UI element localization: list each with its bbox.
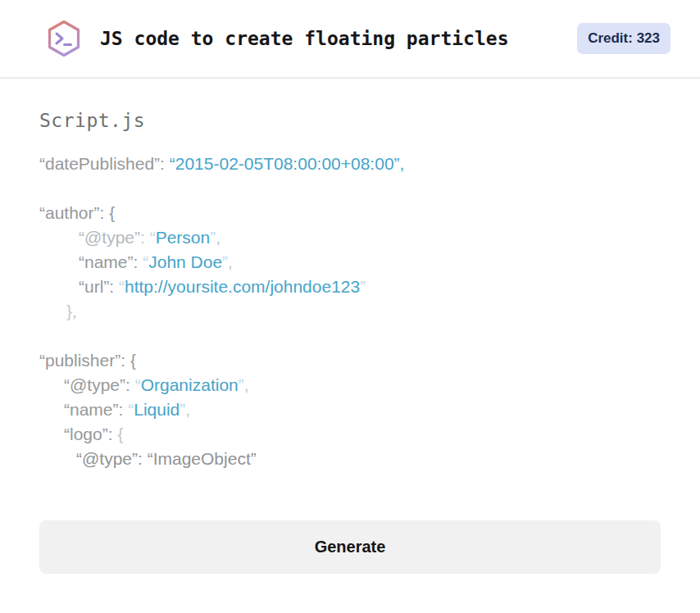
terminal-hexagon-icon bbox=[46, 20, 82, 57]
app-header: JS code to create floating particles Cre… bbox=[0, 0, 700, 79]
code-segment: , bbox=[216, 228, 220, 247]
code-line: “name”: “John Doe”, bbox=[39, 250, 661, 275]
code-segment: , bbox=[244, 375, 249, 394]
credit-badge: Credit: 323 bbox=[577, 23, 670, 54]
code-segment: ” bbox=[239, 375, 244, 394]
code-segment: “@type”: “ImageObject” bbox=[76, 449, 257, 468]
code-segment: : bbox=[108, 425, 118, 443]
script-filename: Script.js bbox=[39, 110, 661, 131]
code-segment: John Doe bbox=[148, 252, 222, 271]
code-segment: Liquid bbox=[134, 400, 180, 419]
code-line: “datePublished”: “2015-02-05T08:00:00+08… bbox=[39, 152, 661, 176]
code-segment: : { bbox=[120, 351, 136, 370]
code-segment: { bbox=[117, 425, 123, 443]
code-segment: “ bbox=[150, 228, 156, 247]
code-segment: : { bbox=[100, 203, 116, 222]
code-line: “@type”: “Organization”, bbox=[39, 373, 661, 397]
code-segment: : bbox=[160, 154, 170, 173]
code-segment: “url” bbox=[79, 277, 109, 296]
code-segment: “@type” bbox=[79, 228, 140, 247]
code-line: “publisher”: { bbox=[39, 348, 661, 373]
code-block: “datePublished”: “2015-02-05T08:00:00+08… bbox=[39, 152, 661, 471]
code-segment: “ bbox=[135, 375, 141, 394]
code-segment: : bbox=[134, 252, 143, 271]
code-segment: “publisher” bbox=[39, 351, 120, 370]
code-segment: : bbox=[119, 400, 129, 419]
code-segment: “author” bbox=[39, 203, 100, 222]
code-line: “url”: “http://yoursite.com/johndoe123” bbox=[39, 275, 661, 299]
code-line: “name”: “Liquid”, bbox=[39, 397, 661, 422]
code-segment: : bbox=[125, 375, 135, 394]
code-line: “@type”: “Person”, bbox=[39, 225, 661, 250]
code-segment: : bbox=[140, 228, 150, 247]
code-blank-line bbox=[39, 176, 661, 201]
code-line: }, bbox=[39, 299, 661, 324]
code-segment: : bbox=[109, 277, 119, 296]
code-segment: http://yoursite.com/johndoe123 bbox=[125, 277, 360, 296]
code-segment: }, bbox=[66, 302, 77, 320]
code-line: “logo”: { bbox=[39, 422, 661, 447]
code-segment: “logo” bbox=[64, 425, 108, 443]
code-segment: “ bbox=[119, 277, 125, 296]
code-segment: “name” bbox=[79, 252, 134, 271]
code-segment: Person bbox=[156, 228, 211, 247]
code-segment: “name” bbox=[64, 400, 119, 419]
code-segment: , bbox=[185, 400, 190, 419]
code-line: “author”: { bbox=[39, 201, 661, 225]
code-segment: ” bbox=[360, 277, 366, 296]
page-title: JS code to create floating particles bbox=[100, 28, 577, 49]
code-blank-line bbox=[39, 324, 661, 348]
code-segment: Organization bbox=[141, 375, 239, 394]
code-segment: “2015-02-05T08:00:00+08:00”, bbox=[170, 154, 405, 173]
generate-button[interactable]: Generate bbox=[39, 520, 661, 574]
code-line: “@type”: “ImageObject” bbox=[39, 447, 661, 471]
main-content: Script.js “datePublished”: “2015-02-05T0… bbox=[0, 79, 700, 574]
code-segment: “datePublished” bbox=[39, 154, 160, 173]
code-segment: “@type” bbox=[64, 375, 125, 394]
code-segment: , bbox=[228, 252, 233, 271]
